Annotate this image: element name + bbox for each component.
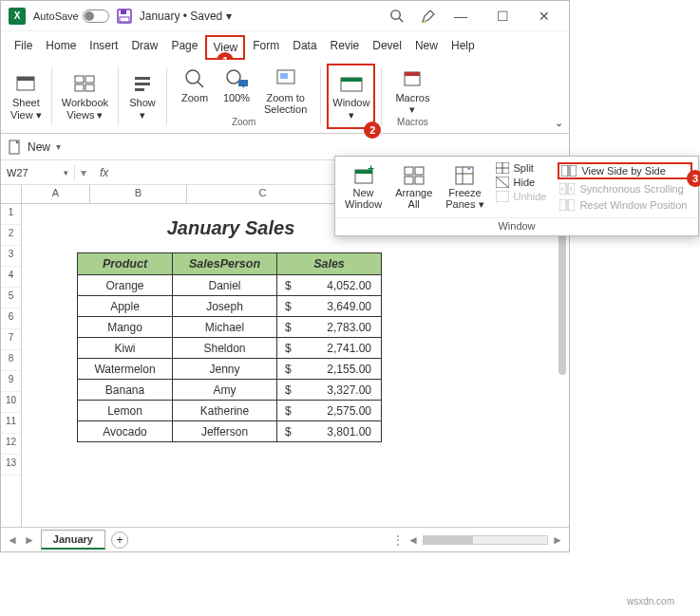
svg-rect-29 <box>405 167 413 175</box>
tab-nav-prev-icon[interactable]: ◄ <box>7 533 18 547</box>
macros-button[interactable]: Macros ▾ <box>391 65 433 117</box>
split-button[interactable]: Split <box>496 162 547 174</box>
split-icon <box>496 162 509 174</box>
zoom-group-label: Zoom <box>232 117 256 127</box>
tab-data[interactable]: Data <box>287 35 322 60</box>
row-10[interactable]: 10 <box>1 392 21 413</box>
svg-rect-11 <box>135 77 150 80</box>
window-icon <box>339 72 364 95</box>
arrange-all-icon <box>404 164 425 187</box>
tab-home[interactable]: Home <box>40 35 82 60</box>
col-b[interactable]: B <box>90 185 187 203</box>
freeze-panes-button[interactable]: * Freeze Panes ▾ <box>442 162 487 212</box>
arrange-all-button[interactable]: Arrange All <box>391 162 436 212</box>
tab-nav-next-icon[interactable]: ► <box>24 533 35 547</box>
sheet-tab-bar: ◄ ► January + ⋮ ◄ ► <box>1 527 569 551</box>
new-window-icon: + <box>352 164 375 187</box>
row-7[interactable]: 7 <box>1 329 21 350</box>
new-doc-icon[interactable] <box>9 140 22 155</box>
toggle-switch-icon[interactable] <box>83 9 109 23</box>
row-9[interactable]: 9 <box>1 371 21 392</box>
tab-devel[interactable]: Devel <box>367 35 407 60</box>
view-side-by-side-button[interactable]: View Side by Side 3 <box>558 162 692 179</box>
row-4[interactable]: 4 <box>1 267 21 288</box>
tab-page[interactable]: Page <box>165 35 203 60</box>
save-icon[interactable] <box>117 9 132 24</box>
row-1[interactable]: 1 <box>1 204 21 225</box>
ribbon: Sheet View ▾ Workbook Views ▾ Show ▾ Zoo… <box>1 60 569 134</box>
sync-scroll-icon <box>559 183 575 195</box>
reset-position-button: Reset Window Position <box>558 198 692 212</box>
zoom-selection-button[interactable]: Zoom to Selection <box>260 65 311 117</box>
col-a[interactable]: A <box>22 185 90 203</box>
row-8[interactable]: 8 <box>1 350 21 371</box>
data-table: Product SalesPerson Sales OrangeDaniel4,… <box>77 252 382 442</box>
window-button[interactable]: Window ▾ 2 <box>327 64 375 129</box>
row-6[interactable]: 6 <box>1 308 21 329</box>
sheet-view-button[interactable]: Sheet View ▾ <box>7 64 46 129</box>
new-button[interactable]: New <box>28 140 50 154</box>
maximize-button[interactable]: ☐ <box>485 3 520 29</box>
table-header-row: Product SalesPerson Sales <box>78 253 382 275</box>
horizontal-scrollbar[interactable]: ⋮ ◄ ► <box>392 533 563 547</box>
svg-rect-1 <box>121 9 126 14</box>
sync-scroll-button: Synchronous Scrolling <box>558 182 692 196</box>
select-all-triangle[interactable] <box>1 185 22 203</box>
tab-draw[interactable]: Draw <box>125 35 163 60</box>
add-sheet-button[interactable]: + <box>111 532 128 549</box>
row-headers: 1 2 3 4 5 6 7 8 9 10 11 12 13 <box>1 204 22 527</box>
document-title[interactable]: January • Saved ▾ <box>140 9 232 23</box>
search-icon[interactable] <box>389 9 404 23</box>
minimize-button[interactable]: ― <box>444 3 478 29</box>
autosave-label: AutoSave <box>33 10 79 22</box>
tab-view[interactable]: View 1 <box>205 35 245 60</box>
table-row: AppleJoseph3,649.00 <box>78 296 382 317</box>
tab-form[interactable]: Form <box>247 35 285 60</box>
tab-insert[interactable]: Insert <box>84 35 123 60</box>
table-row: WatermelonJenny2,155.00 <box>78 359 382 380</box>
workbook-views-button[interactable]: Workbook Views ▾ <box>58 64 112 129</box>
tab-new[interactable]: New <box>409 35 444 60</box>
svg-line-4 <box>399 18 403 22</box>
tab-help[interactable]: Help <box>445 35 481 60</box>
zoom-button[interactable]: Zoom <box>177 65 213 105</box>
tab-file[interactable]: File <box>9 35 38 60</box>
header-product[interactable]: Product <box>78 253 173 275</box>
autosave-toggle[interactable]: AutoSave <box>33 9 109 23</box>
row-2[interactable]: 2 <box>1 225 21 246</box>
ribbon-collapse-icon[interactable]: ⌄ <box>555 117 563 129</box>
fx-cancel-icon[interactable]: ▾ <box>75 166 92 179</box>
svg-point-3 <box>391 10 400 19</box>
name-box[interactable]: W27▾ <box>1 165 75 180</box>
row-11[interactable]: 11 <box>1 413 21 434</box>
row-3[interactable]: 3 <box>1 246 21 267</box>
header-sales[interactable]: Sales <box>277 253 382 275</box>
table-row: KiwiSheldon2,741.00 <box>78 338 382 359</box>
show-button[interactable]: Show ▾ <box>124 64 161 129</box>
macros-icon <box>402 67 423 90</box>
row-5[interactable]: 5 <box>1 288 21 308</box>
svg-rect-10 <box>85 84 94 91</box>
row-12[interactable]: 12 <box>1 434 21 455</box>
new-window-button[interactable]: + New Window <box>341 162 386 212</box>
svg-rect-18 <box>238 80 248 86</box>
row-13[interactable]: 13 <box>1 455 21 476</box>
svg-rect-9 <box>75 84 84 91</box>
pen-icon[interactable] <box>421 9 436 24</box>
col-c[interactable]: C <box>187 185 339 203</box>
svg-rect-32 <box>415 177 424 184</box>
ribbon-tabs: File Home Insert Draw Page View 1 Form D… <box>1 31 569 60</box>
workbook-views-icon <box>74 72 95 95</box>
close-button[interactable]: ✕ <box>527 3 561 29</box>
qa-dropdown-icon[interactable]: ▾ <box>56 141 61 152</box>
hide-button[interactable]: Hide <box>496 177 547 188</box>
header-person[interactable]: SalesPerson <box>173 253 277 275</box>
fx-icon[interactable]: fx <box>92 166 116 179</box>
tab-review[interactable]: Revie <box>325 35 366 60</box>
svg-line-41 <box>496 177 509 188</box>
zoom-100-button[interactable]: 100% <box>218 65 255 105</box>
excel-window: X AutoSave January • Saved ▾ ― ☐ ✕ File … <box>0 0 570 552</box>
sheet-tab-january[interactable]: January <box>41 530 105 550</box>
hide-icon <box>496 177 509 188</box>
worksheet[interactable]: January Sales Product SalesPerson Sales … <box>22 204 569 527</box>
